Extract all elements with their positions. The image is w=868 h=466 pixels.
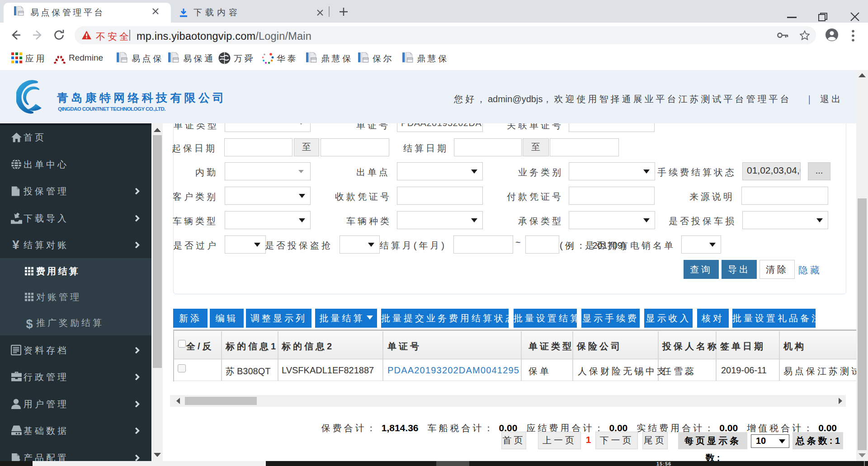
svg-text:¥: ¥: [12, 240, 19, 250]
svg-text:$: $: [26, 318, 33, 329]
